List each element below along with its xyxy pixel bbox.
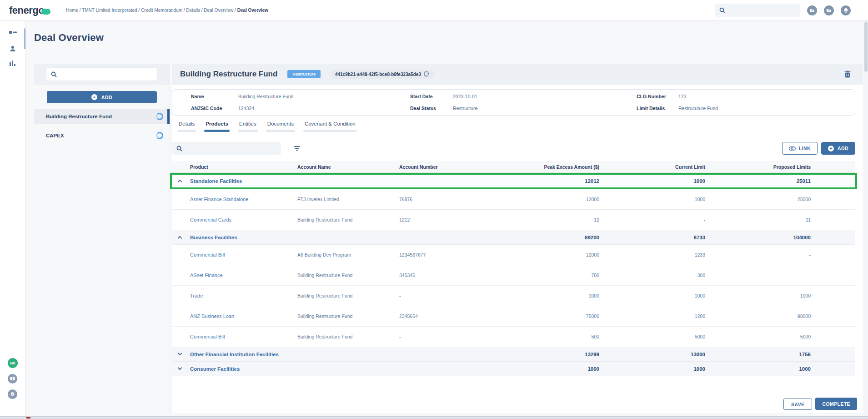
add-product-button[interactable]: + ADD <box>821 142 855 155</box>
global-search-input[interactable] <box>729 8 796 13</box>
chevron-down-icon[interactable] <box>178 351 182 355</box>
group-row-standalone-facilities[interactable]: Standalone Facilities 12012 1000 25011 <box>172 175 855 187</box>
peak-value: 12000 <box>492 197 599 202</box>
deals-search-input[interactable] <box>60 71 120 77</box>
product-link[interactable]: Commercial Bill <box>190 252 297 257</box>
footer-actions: SAVE COMPLETE <box>783 398 857 410</box>
products-search-input[interactable] <box>186 146 272 151</box>
bell-icon <box>843 8 848 13</box>
group-name[interactable]: Other Financial Institution Facilities <box>190 352 297 357</box>
product-link[interactable]: Commercial Bill <box>190 334 297 339</box>
col-account-number: Account Number <box>399 164 492 170</box>
filter-icon <box>294 146 300 147</box>
col-product: Product <box>190 164 297 170</box>
add-deal-button[interactable]: + ADD <box>47 91 157 103</box>
chevron-down-icon[interactable] <box>178 365 182 370</box>
folder-upload-button[interactable] <box>824 5 834 15</box>
filter-button[interactable] <box>294 146 300 151</box>
fenergo-logo[interactable]: fenergo <box>9 5 50 16</box>
product-link[interactable]: ASset Finance <box>190 273 297 278</box>
product-link[interactable]: Commercial Cards <box>190 217 297 222</box>
peak-value: 12000 <box>492 252 599 257</box>
account-number: 2345654 <box>399 313 492 319</box>
product-link[interactable]: Trade <box>190 293 297 298</box>
user-avatar[interactable]: ND <box>8 358 18 368</box>
complete-button[interactable]: COMPLETE <box>815 398 857 410</box>
settings-button[interactable] <box>8 389 17 399</box>
tab-details[interactable]: Details <box>177 121 196 136</box>
plus-icon: + <box>828 146 834 151</box>
group-row-business-facilities[interactable]: Business Facilities 89200 8733 104000 <box>172 230 855 245</box>
current-value: 300 <box>599 273 705 278</box>
account-number: 345345 <box>399 273 492 278</box>
table-row: ANZ Business Loan Building Restructure F… <box>172 306 855 327</box>
group-row-other-financial-institution-facilities[interactable]: Other Financial Institution Facilities 1… <box>172 347 855 362</box>
logo-teal-pill-icon <box>41 9 50 15</box>
proposed-value: 98000 <box>705 313 811 319</box>
col-current-limit: Current Limit <box>599 164 705 170</box>
field-label: Deal Status <box>410 106 453 111</box>
deal-uuid-pill: 441c9b21-a448-42f5-bce8-b8fe323a5de3 <box>331 70 434 79</box>
current-value: 1000 <box>599 293 705 298</box>
search-icon <box>51 71 57 77</box>
product-link[interactable]: ANZ Business Loan <box>190 313 297 319</box>
tab-covenant-condition[interactable]: Covenant & Condition <box>303 121 357 136</box>
folder-add-icon <box>809 8 815 13</box>
table-header-row: Product Account Name Account Number Peak… <box>172 161 855 173</box>
group-proposed: 104000 <box>705 235 811 240</box>
deals-search[interactable] <box>46 67 158 81</box>
tab-products[interactable]: Products <box>204 121 230 136</box>
highlight-green-box: Standalone Facilities 12012 1000 25011 <box>170 173 857 189</box>
group-proposed: 1000 <box>705 366 811 372</box>
chevron-up-icon[interactable] <box>178 180 182 184</box>
tab-entities[interactable]: Entities <box>238 121 258 136</box>
save-button[interactable]: SAVE <box>783 399 812 410</box>
peak-value: 75000 <box>492 313 599 319</box>
account-name: Building Restructure Fund <box>297 334 399 339</box>
book-icon <box>10 377 15 381</box>
group-peak: 12012 <box>492 178 599 184</box>
account-number: 76876 <box>399 197 492 202</box>
help-docs-button[interactable] <box>8 374 17 384</box>
dashboard-nav-button[interactable] <box>9 31 17 38</box>
delete-deal-button[interactable] <box>844 71 851 78</box>
field-value: Restrucuture Fund <box>678 106 718 111</box>
chevron-up-icon[interactable] <box>178 236 182 240</box>
table-row: Trade Building Restructure Fund - 1000 1… <box>172 286 855 306</box>
folder-add-button[interactable] <box>807 5 817 15</box>
group-peak: 13299 <box>492 352 599 357</box>
vertical-scrollbar[interactable] <box>864 21 868 416</box>
current-value: 1233 <box>599 252 705 257</box>
peak-value: 700 <box>492 273 599 278</box>
product-link[interactable]: Asset Finance Standalone <box>190 197 297 202</box>
field-value: 123 <box>678 94 687 99</box>
deal-list-item-capex[interactable]: CAPEX <box>34 128 170 143</box>
proposed-value: 11 <box>705 217 811 222</box>
progress-ring-icon <box>156 132 163 139</box>
users-nav-button[interactable] <box>9 45 16 52</box>
field-label: Limit Details <box>637 106 678 111</box>
products-search[interactable] <box>172 142 281 155</box>
account-number: - <box>399 293 492 298</box>
col-peak-excess: Peak Excess Amount ($) <box>492 164 599 170</box>
group-name[interactable]: Consumer Facilities <box>190 366 297 372</box>
link-product-button[interactable]: LINK <box>782 142 818 155</box>
group-row-consumer-facilities[interactable]: Consumer Facilities 1000 1000 1000 <box>172 362 855 376</box>
notifications-button[interactable] <box>841 5 851 15</box>
group-name[interactable]: Standalone Facilities <box>190 178 297 184</box>
deal-list-item-building-restructure-fund[interactable]: Building Restructure Fund <box>34 109 170 124</box>
products-table: Product Account Name Account Number Peak… <box>172 161 855 376</box>
reports-nav-button[interactable] <box>9 60 16 66</box>
tab-documents[interactable]: Documents <box>266 121 295 136</box>
group-name[interactable]: Business Facilities <box>190 235 297 240</box>
current-value: 1200 <box>599 313 705 319</box>
add-deal-label: ADD <box>101 95 113 100</box>
scrollbar-thumb[interactable] <box>864 22 868 72</box>
deal-item-label: Building Restructure Fund <box>46 114 112 119</box>
breadcrumb-path[interactable]: Home / TMNT Limited Incorporated / Credi… <box>66 8 236 13</box>
bar-chart-icon <box>9 60 16 66</box>
col-account-name: Account Name <box>297 164 399 170</box>
copy-icon[interactable] <box>424 71 430 77</box>
global-search[interactable] <box>715 4 800 17</box>
taskbar-edge <box>0 416 868 419</box>
